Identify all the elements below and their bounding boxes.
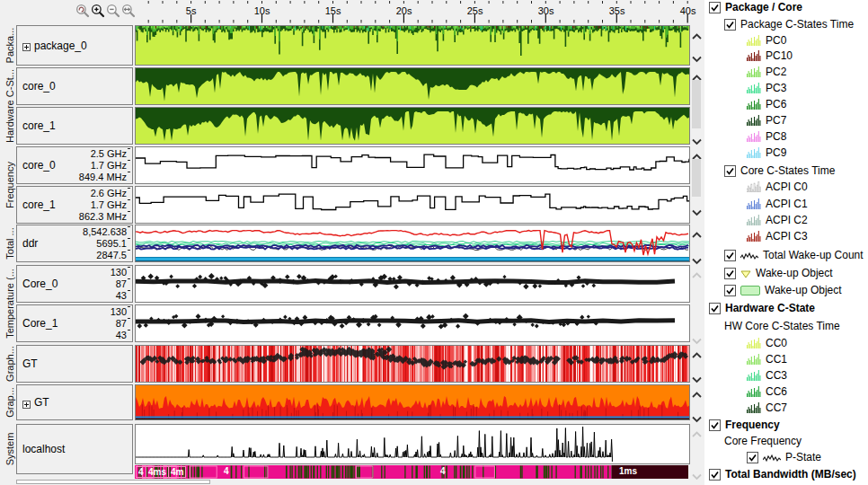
label: 2.5 GHz [91, 148, 127, 159]
horizontal-scrollbar-stub[interactable] [16, 480, 210, 484]
chart-freq[interactable] [135, 146, 690, 184]
scroll-up-button[interactable] [691, 386, 703, 394]
legend-item-label: PC9 [766, 146, 786, 159]
chart-pkg[interactable] [135, 25, 690, 66]
row-label-GT[interactable]: GT [16, 345, 133, 383]
scroll-down-button[interactable] [691, 410, 703, 419]
legend-item-hw-core-c-states-time: HW Core C-States Time [724, 319, 840, 333]
scrollbar-thumb[interactable] [692, 159, 701, 197]
scroll-up-button[interactable] [691, 226, 703, 234]
label: 130 [111, 306, 127, 317]
legend-item-label: PC3 [766, 82, 786, 94]
chart-host[interactable] [135, 424, 690, 464]
row-label-Core_1[interactable]: Core_11308743 [16, 304, 133, 342]
legend-checkbox[interactable] [724, 19, 736, 31]
legend-checkbox[interactable] [724, 285, 736, 296]
chart-gt1[interactable] [135, 345, 690, 383]
row-group-label: Hardware C-St... [3, 67, 17, 145]
scroll-down-button[interactable] [691, 50, 703, 58]
legend-item-pc9: PC9 [747, 146, 786, 160]
time-axis[interactable]: 5s10s15s20s25s30s35s40s [135, 0, 690, 23]
axis-tick-label: 25s [462, 5, 489, 16]
bar-label: 4ms [146, 466, 169, 478]
row-label-package_0[interactable]: package_0 [16, 25, 133, 66]
legend-checkbox[interactable] [747, 452, 758, 463]
chart-cstate[interactable] [135, 67, 690, 105]
legend-checkbox[interactable] [709, 2, 721, 13]
chart-freq[interactable] [135, 186, 690, 224]
zoom-in-icon[interactable] [91, 4, 105, 18]
scale-tick [128, 278, 130, 285]
event-duration-bar[interactable]: 44ms4m441ms [135, 465, 688, 479]
chart-temp[interactable] [135, 265, 690, 303]
scroll-down-button[interactable] [691, 252, 703, 260]
row-label-core_1[interactable]: core_1 [16, 107, 133, 145]
scale-tick [128, 172, 130, 178]
row-label: ddr [22, 237, 38, 250]
legend-item-label: CC7 [766, 401, 787, 414]
label: 5695.1 [96, 238, 127, 249]
scroll-up-button[interactable] [691, 347, 703, 355]
expand-icon[interactable] [22, 41, 31, 49]
row-label-Core_0[interactable]: Core_01308743 [16, 265, 133, 303]
row-label: Core_1 [22, 317, 58, 330]
expand-icon[interactable] [22, 399, 31, 407]
row-label-core_1[interactable]: core_12.6 GHz1.7 GHz862.3 MHz [16, 186, 133, 224]
scroll-down-button[interactable] [691, 133, 703, 141]
scroll-down-button[interactable] [691, 371, 703, 379]
chart-temp[interactable] [135, 304, 690, 342]
scroll-up-button[interactable] [691, 148, 703, 156]
row-label-localhost[interactable]: localhost [16, 424, 133, 474]
scroll-up-button[interactable] [691, 426, 703, 434]
legend-checkbox[interactable] [709, 303, 721, 314]
zoom-out-icon[interactable] [106, 4, 120, 18]
legend-item-label: CC1 [766, 353, 787, 366]
label: 849.4 MHz [79, 172, 127, 182]
row-scale-value: 849.4 MHz [79, 172, 130, 182]
legend-checkbox[interactable] [724, 250, 736, 261]
bar-label: 4 [222, 466, 231, 476]
row-label-text: core_1 [22, 119, 56, 132]
histogram-icon [747, 338, 761, 348]
legend-checkbox[interactable] [724, 268, 736, 279]
scrollbar-thumb[interactable] [692, 80, 701, 128]
chart-gt2[interactable] [135, 384, 690, 420]
axis-tick-label: 20s [391, 5, 418, 16]
scroll-down-button[interactable] [691, 204, 703, 212]
scroll-up-button[interactable] [691, 28, 703, 36]
row-label-GT[interactable]: GT [16, 384, 133, 420]
scroll-down-button[interactable] [691, 332, 703, 340]
scale-tick [128, 211, 130, 217]
legend-item-label: PC2 [766, 66, 786, 78]
legend-checkbox[interactable] [709, 419, 721, 431]
legend-checkbox[interactable] [709, 469, 721, 481]
scroll-down-button[interactable] [691, 468, 703, 476]
legend-item-pc7: PC7 [747, 113, 786, 128]
bar-label: 4 [438, 466, 447, 476]
legend-item-total-wake-up-count: Total Wake-up Count [724, 248, 864, 262]
zoom-back-icon[interactable] [75, 4, 90, 18]
legend-item-cc1: CC1 [747, 352, 787, 366]
legend-item-total-bandwidth-mb-sec-: Total Bandwidth (MB/sec) [709, 467, 856, 481]
label: 862.3 MHz [79, 211, 127, 222]
legend-item-pc8: PC8 [747, 129, 786, 144]
wakeup-swatch-icon [740, 286, 760, 295]
row-label-core_0[interactable]: core_02.5 GHz1.7 GHz849.4 MHz [16, 146, 133, 184]
chart-cstate[interactable] [135, 107, 690, 145]
scroll-up-button[interactable] [691, 69, 703, 77]
histogram-icon [747, 99, 761, 110]
row-label-text: GT [22, 357, 38, 370]
chart-ddr[interactable] [135, 225, 690, 262]
legend-item-label: P-State [785, 451, 821, 463]
legend-item-pc10: PC10 [747, 48, 793, 63]
legend-item-label: CC3 [766, 369, 787, 382]
scroll-up-button[interactable] [691, 267, 703, 275]
row-label-core_0[interactable]: core_0 [16, 67, 133, 105]
label: 1.7 GHz [91, 160, 127, 171]
zoom-reset-icon[interactable] [121, 4, 136, 18]
legend-checkbox[interactable] [724, 165, 736, 177]
row-label-text: core_1 [22, 198, 56, 211]
waveform-icon [763, 453, 781, 462]
row-label-ddr[interactable]: ddr8,542.6385695.12847.5 [16, 225, 133, 262]
histogram-icon [747, 198, 761, 209]
